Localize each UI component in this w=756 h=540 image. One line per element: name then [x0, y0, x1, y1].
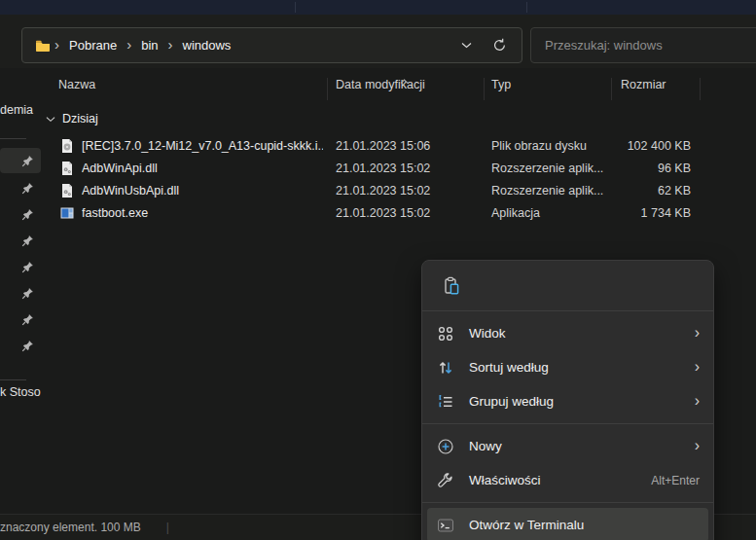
file-size: 62 KB	[611, 184, 691, 198]
chevron-down-icon	[461, 42, 472, 49]
pin-icon	[21, 155, 34, 167]
group-header-today[interactable]: Dzisiaj	[46, 112, 98, 126]
search-bar[interactable]	[530, 27, 756, 63]
file-row[interactable]: [REC]3.7.0_12-Mi12_v7.0_A13-cupid-skkk.i…	[50, 134, 742, 157]
group-label: Dzisiaj	[62, 112, 98, 126]
file-modified: 21.01.2023 15:02	[336, 162, 430, 175]
breadcrumb-item-bin[interactable]: bin	[135, 35, 163, 55]
column-separator[interactable]	[611, 78, 612, 100]
menu-divider	[422, 502, 713, 503]
dll-icon	[59, 183, 75, 198]
menu-item-label: Widok	[469, 326, 506, 341]
menu-item-label: Nowy	[469, 439, 502, 453]
new-plus-icon	[437, 438, 454, 455]
sidebar-pinned-item[interactable]	[0, 280, 41, 306]
file-name: AdbWinApi.dll	[82, 162, 323, 175]
file-size: 96 KB	[611, 162, 691, 175]
file-row[interactable]: AdbWinUsbApi.dll 21.01.2023 15:02 Rozsze…	[50, 179, 742, 201]
context-menu: Widok › Sortuj według › Grupuj według › …	[421, 260, 714, 540]
column-separator[interactable]	[484, 78, 485, 100]
paste-button[interactable]	[434, 270, 469, 303]
column-header-modified[interactable]: Data modyfikacji	[336, 78, 425, 91]
pin-icon	[21, 208, 34, 221]
file-modified: 21.01.2023 15:02	[336, 184, 430, 198]
column-separator[interactable]	[327, 78, 328, 100]
sidebar-pinned-item[interactable]	[0, 175, 41, 200]
search-input[interactable]	[543, 37, 756, 54]
disc-image-icon	[59, 138, 75, 154]
file-row[interactable]: AdbWinApi.dll 21.01.2023 15:02 Rozszerze…	[50, 157, 742, 179]
file-size: 1 734 KB	[611, 206, 691, 220]
column-header-type[interactable]: Typ	[491, 78, 511, 91]
file-modified: 21.01.2023 15:06	[336, 139, 430, 153]
column-separator[interactable]	[700, 78, 701, 100]
file-type: Rozszerzenie aplik...	[491, 162, 603, 175]
pin-icon	[21, 287, 34, 300]
file-type: Rozszerzenie aplik...	[491, 184, 603, 198]
menu-item-sort-by[interactable]: Sortuj według ›	[427, 350, 708, 384]
sidebar-item-fragment-bottom[interactable]: k Stoso	[0, 385, 41, 399]
breadcrumb-separator: ›	[123, 37, 135, 52]
title-bar	[0, 0, 756, 15]
file-type: Plik obrazu dysku	[491, 139, 587, 153]
paste-icon	[443, 276, 461, 297]
chevron-down-icon	[46, 116, 55, 123]
sidebar-pinned-item[interactable]	[0, 201, 41, 227]
sort-arrows-icon	[437, 359, 454, 377]
group-list-icon	[437, 393, 454, 411]
pin-icon	[21, 313, 34, 326]
submenu-chevron-icon: ›	[695, 325, 700, 341]
breadcrumb-item-pobrane[interactable]: Pobrane	[63, 35, 123, 55]
context-menu-quick-actions	[422, 267, 713, 306]
view-grid-icon	[437, 325, 454, 342]
file-type: Aplikacja	[491, 206, 540, 220]
menu-item-label: Otwórz w Terminalu	[469, 518, 584, 532]
file-row[interactable]: fastboot.exe 21.01.2023 15:02 Aplikacja …	[50, 201, 742, 224]
address-bar[interactable]: › Pobrane › bin › windows	[21, 27, 522, 63]
sidebar-pinned-item[interactable]	[0, 306, 41, 332]
sidebar-pinned-item[interactable]	[0, 254, 41, 279]
submenu-chevron-icon: ›	[695, 393, 700, 409]
status-separator: |	[166, 521, 169, 534]
submenu-chevron-icon: ›	[695, 359, 700, 375]
sidebar-divider	[0, 138, 26, 139]
menu-item-open-in-terminal[interactable]: Otwórz w Terminalu	[427, 508, 708, 540]
menu-item-group-by[interactable]: Grupuj według ›	[427, 384, 708, 418]
pin-icon	[21, 182, 34, 195]
dll-icon	[59, 161, 75, 176]
column-header-size[interactable]: Rozmiar	[621, 78, 666, 91]
tab-separator	[526, 2, 527, 13]
folder-icon	[35, 38, 51, 54]
status-text: znaczony element. 100 MB	[0, 521, 141, 534]
command-bar: › Pobrane › bin › windows	[0, 15, 756, 68]
pin-icon	[21, 234, 34, 247]
application-icon	[59, 205, 75, 221]
menu-item-shortcut: Alt+Enter	[651, 474, 700, 487]
tab-separator	[295, 2, 296, 13]
file-name: AdbWinUsbApi.dll	[82, 184, 323, 198]
wrench-icon	[437, 472, 454, 489]
sidebar-pinned-item[interactable]	[0, 148, 41, 173]
terminal-icon	[437, 517, 454, 534]
menu-item-new[interactable]: Nowy ›	[427, 429, 708, 463]
menu-item-label: Właściwości	[469, 473, 541, 487]
refresh-button[interactable]	[486, 33, 512, 58]
file-explorer-window: › Pobrane › bin › windows demia	[0, 0, 756, 540]
sidebar-pinned-item[interactable]	[0, 333, 41, 358]
breadcrumb-item-windows[interactable]: windows	[177, 35, 237, 55]
menu-item-properties[interactable]: Właściwości Alt+Enter	[427, 463, 708, 497]
breadcrumb-separator: ›	[51, 37, 63, 52]
file-size: 102 400 KB	[611, 139, 691, 153]
menu-divider	[422, 310, 713, 311]
sidebar-pinned-item[interactable]	[0, 228, 41, 253]
navigation-sidebar: demia k Stoso	[0, 68, 43, 514]
menu-item-label: Grupuj według	[469, 394, 554, 409]
breadcrumb-separator: ›	[164, 37, 177, 52]
submenu-chevron-icon: ›	[695, 438, 700, 453]
sidebar-item-fragment-top[interactable]: demia	[0, 103, 33, 117]
address-dropdown-button[interactable]	[453, 33, 479, 58]
menu-divider	[422, 423, 713, 424]
menu-item-view[interactable]: Widok ›	[427, 316, 708, 350]
column-header-name[interactable]: Nazwa	[58, 78, 95, 91]
menu-item-label: Sortuj według	[469, 360, 549, 375]
